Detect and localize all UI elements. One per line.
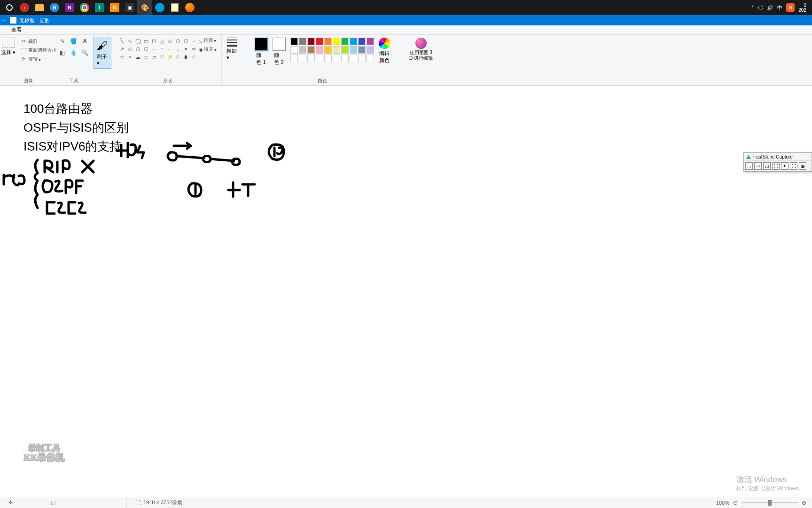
photos-icon[interactable]: ▣	[122, 0, 137, 15]
palette-swatch[interactable]	[341, 38, 349, 45]
statusbar: ✛ ⬚ ⛶1948 × 3752像素 100% ⊖ ⊕	[0, 497, 812, 508]
palette-swatch[interactable]	[307, 38, 315, 45]
color-1-button[interactable]: 颜色 1	[254, 37, 269, 67]
palette-swatch[interactable]	[290, 38, 298, 45]
chrome-icon[interactable]	[77, 0, 92, 15]
ribbon-group-shapes: ╲∿◯▭◻△◇⬠⬡→ ↗◇⬠⬡→↑←↓✦⬄ ☆✧☁⬭▱♡⚡⬯⬮⬯ ◺ 轮廓 ▾ …	[114, 35, 222, 85]
palette-swatch[interactable]	[316, 46, 323, 54]
fs-btn-5[interactable]: ✦	[781, 162, 789, 170]
palette-swatch[interactable]	[333, 46, 340, 54]
palette-swatch[interactable]	[316, 55, 323, 62]
shape-fill-button[interactable]: ◉ 填充 ▾	[198, 46, 218, 53]
start-icon[interactable]	[2, 0, 17, 15]
palette-swatch[interactable]	[316, 38, 323, 45]
app-t-icon[interactable]: T	[92, 0, 107, 15]
tray-chevron-icon[interactable]: ˅	[751, 5, 754, 11]
zoom-out-button[interactable]: ⊖	[732, 502, 739, 504]
color-2-button[interactable]: 颜色 2	[272, 37, 287, 67]
chevron-down-icon: ▾	[13, 49, 16, 55]
onenote-icon[interactable]: N	[62, 0, 77, 15]
minimize-button[interactable]: —	[796, 17, 812, 23]
palette-swatch[interactable]	[367, 38, 374, 45]
selection-icon: ⬚	[51, 500, 55, 506]
resize-button[interactable]: ⛶重新调整大小	[21, 47, 57, 54]
palette-swatch[interactable]	[307, 46, 315, 54]
palette-swatch[interactable]	[350, 38, 357, 45]
zoom-in-button[interactable]: ⊕	[801, 502, 807, 504]
eraser-tool[interactable]: ◧	[58, 48, 67, 57]
canvas[interactable]: 100台路由器 OSPF与ISIS的区别 ISIS对IPV6的支持	[0, 86, 812, 497]
palette-swatch[interactable]	[333, 55, 340, 62]
bucket-tool[interactable]: 🪣	[69, 37, 78, 46]
explorer-icon[interactable]	[32, 0, 47, 15]
edit-colors-button[interactable]: 编辑颜色	[378, 37, 391, 65]
tray-network-icon[interactable]: 🖵	[758, 5, 763, 10]
palette-swatch[interactable]	[299, 46, 306, 54]
brush-button[interactable]: 🖌 刷子 ▾	[94, 37, 111, 69]
palette-swatch[interactable]	[324, 46, 332, 54]
resize-icon: ⛶	[22, 48, 27, 53]
size-icon	[227, 38, 237, 47]
zoom-slider[interactable]	[742, 502, 798, 503]
app-blue-icon[interactable]	[152, 0, 167, 15]
rotate-icon: ⟳	[22, 56, 27, 62]
brush-icon: 🖌	[97, 39, 108, 52]
fs-btn-3[interactable]: ◫	[763, 162, 771, 170]
palette-swatch[interactable]	[324, 38, 332, 45]
netease-icon[interactable]: ♪	[17, 0, 32, 15]
palette-swatch[interactable]	[350, 46, 357, 54]
outline-icon: ◺	[199, 38, 203, 43]
eyedropper-tool[interactable]: 💧	[69, 48, 78, 57]
select-button[interactable]: 选择 ▾	[0, 37, 18, 57]
ribbon: 选择 ▾ ✂裁剪 ⛶重新调整大小 ⟳旋转 ▾ 图像 ✎ 🪣 A ◧ 💧 🔍 工具	[0, 35, 812, 86]
fs-btn-4[interactable]: ⛶	[772, 162, 780, 170]
palette-swatch[interactable]	[324, 55, 332, 62]
tray-sogou-icon[interactable]: S	[786, 3, 795, 12]
app-sphere-icon[interactable]	[182, 0, 197, 15]
faststone-titlebar[interactable]: FastStone Capture	[744, 153, 812, 161]
paint3d-button[interactable]: 使用画图 3D 进行编辑	[408, 37, 434, 62]
chevron-down-icon: ▾	[97, 60, 100, 66]
palette-swatch[interactable]	[367, 46, 374, 54]
palette-swatch[interactable]	[341, 55, 349, 62]
shape-gallery[interactable]: ╲∿◯▭◻△◇⬠⬡→ ↗◇⬠⬡→↑←↓✦⬄ ☆✧☁⬭▱♡⚡⬯⬮⬯	[118, 37, 193, 61]
palette-swatch[interactable]	[358, 46, 366, 54]
rotate-button[interactable]: ⟳旋转 ▾	[21, 56, 57, 63]
tray-clock[interactable]: 2 202	[798, 2, 806, 13]
fs-btn-1[interactable]: ⬚	[745, 162, 753, 170]
palette-swatch[interactable]	[358, 55, 366, 62]
fs-btn-7[interactable]: ▣	[799, 162, 806, 170]
palette-swatch[interactable]	[290, 46, 298, 54]
palette-swatch[interactable]	[341, 46, 349, 54]
palette-swatch[interactable]	[290, 55, 298, 62]
shape-outline-button[interactable]: ◺ 轮廓 ▾	[198, 37, 218, 44]
palette-swatch[interactable]	[367, 55, 374, 62]
palette-swatch[interactable]	[350, 55, 357, 62]
text-tool[interactable]: A	[80, 37, 90, 46]
menu-view[interactable]: 查看	[8, 25, 24, 34]
palette-swatch[interactable]	[333, 38, 340, 45]
palette-swatch[interactable]	[307, 55, 315, 62]
back-icon[interactable]: ←	[2, 17, 7, 23]
faststone-panel[interactable]: FastStone Capture ⬚ ▭ ◫ ⛶ ✦ ⛶ ▣	[743, 152, 812, 172]
crop-button[interactable]: ✂裁剪	[21, 38, 57, 45]
magnifier-tool[interactable]: 🔍	[80, 48, 90, 57]
ribbon-group-size: 粗细 ▾	[222, 35, 242, 85]
palette-swatch[interactable]	[299, 55, 306, 62]
size-button[interactable]: 粗细 ▾	[225, 37, 240, 62]
mspaint-icon[interactable]: 🎨	[137, 0, 152, 15]
fs-btn-6[interactable]: ⛶	[790, 162, 797, 170]
app-g-icon[interactable]: G	[107, 0, 122, 15]
color-palette[interactable]	[289, 37, 375, 63]
fs-btn-2[interactable]: ▭	[754, 162, 762, 170]
tray-ime-icon[interactable]: 中	[777, 4, 782, 11]
status-canvas-size: ⛶1948 × 3752像素	[127, 497, 191, 508]
app-b-icon[interactable]: B	[47, 0, 62, 15]
palette-swatch[interactable]	[299, 38, 306, 45]
notepad-icon[interactable]	[167, 0, 182, 15]
palette-swatch[interactable]	[358, 38, 366, 45]
pencil-tool[interactable]: ✎	[58, 37, 67, 46]
group-label-shapes: 形状	[163, 78, 172, 85]
group-label-colors: 颜色	[318, 78, 327, 85]
tray-volume-icon[interactable]: 🔊	[767, 5, 773, 11]
